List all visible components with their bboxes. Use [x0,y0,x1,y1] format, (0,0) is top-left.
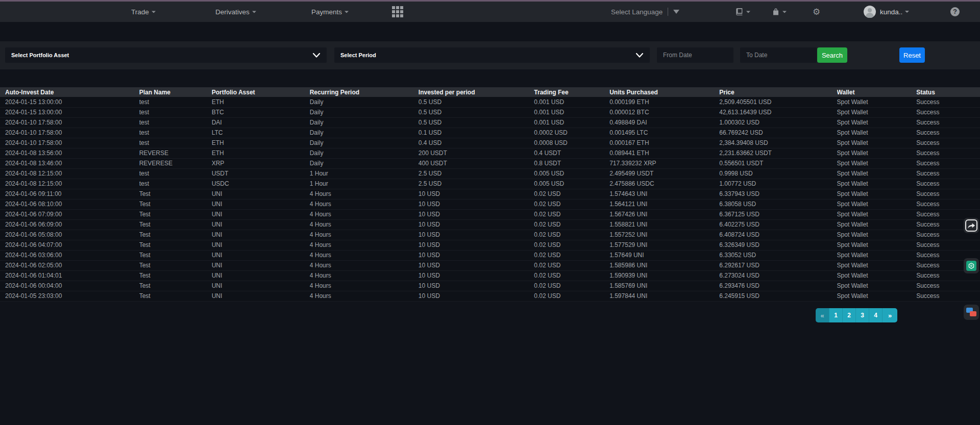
reset-button[interactable]: Reset [899,47,925,63]
table-cell: UNI [212,230,310,240]
table-cell: Success [916,179,980,189]
table-cell: UNI [212,240,310,250]
table-cell: 6.367125 USD [719,209,837,219]
col-status: Status [916,87,980,97]
table-cell: Success [916,148,980,158]
from-date-input[interactable] [657,47,733,63]
pagination: « 1 2 3 4 » [816,308,897,322]
table-cell: Spot Wallet [837,230,917,240]
table-cell: 0.000012 BTC [609,107,719,117]
table-cell: 1.574643 UNI [609,189,719,199]
table-cell: 2024-01-06 06:09:00 [0,219,139,230]
nav-menu-derivatives[interactable]: Derivatives [215,8,256,16]
table-cell: REVERESE [139,158,212,168]
table-cell: 4 Hours [310,219,419,230]
table-cell: test [139,168,212,179]
chat-bubbles-icon [965,306,977,318]
language-dropdown-icon [673,10,679,14]
table-cell: 0.02 USD [534,219,609,230]
chat-extension-button[interactable] [964,305,979,320]
table-cell: 2024-01-10 17:58:00 [0,128,139,138]
table-cell: Daily [310,117,419,128]
table-cell: Test [139,270,212,281]
table-cell: 0.02 USD [534,240,609,250]
table-cell: 0.8 USDT [534,158,609,168]
table-cell: 2.475886 USDC [609,179,719,189]
pagination-prev-button[interactable]: « [816,308,829,322]
table-cell: XRP [212,158,310,168]
table-cell: 1.557252 UNI [609,230,719,240]
table-cell: 200 USDT [419,148,534,158]
table-cell: Spot Wallet [837,199,917,209]
table-cell: 1.590939 UNI [609,270,719,281]
table-cell: Daily [310,148,419,158]
table-cell: 4 Hours [310,230,419,240]
table-cell: 2,231.63662 USDT [719,148,837,158]
table-cell: 0.02 USD [534,270,609,281]
nav-menu-payments[interactable]: Payments [311,8,349,16]
portfolio-asset-select-value: Select Portfolio Asset [11,52,69,58]
table-cell: 0.0002 USD [534,128,609,138]
period-select[interactable]: Select Period [334,47,650,63]
table-row: 2024-01-06 04:07:00TestUNI4 Hours10 USD0… [0,240,980,250]
filter-bar: Select Portfolio Asset Select Period Sea… [0,41,980,69]
pagination-page-1[interactable]: 1 [829,308,842,322]
nav-menu-trade[interactable]: Trade [131,8,156,16]
table-cell: 2024-01-10 17:58:00 [0,138,139,148]
table-cell: 1.585986 UNI [609,260,719,270]
table-cell: 4 Hours [310,189,419,199]
table-cell: 0.02 USD [534,291,609,301]
table-cell: 2024-01-05 23:03:00 [0,291,139,301]
table-cell: 0.4 USD [419,138,534,148]
table-cell: 1.585769 UNI [609,281,719,291]
table-cell: Spot Wallet [837,209,917,219]
table-cell: 2024-01-06 01:04:01 [0,270,139,281]
table-cell: 4 Hours [310,209,419,219]
search-button[interactable]: Search [817,47,847,63]
table-cell: 6.33052 USD [719,250,837,260]
chevron-down-icon [635,53,644,58]
table-cell: 1.558821 UNI [609,219,719,230]
table-cell: Spot Wallet [837,219,917,230]
pagination-page-4[interactable]: 4 [869,308,882,322]
user-menu[interactable]: kunda.. [864,6,909,18]
table-cell: Success [916,128,980,138]
table-cell: 2024-01-06 02:05:00 [0,260,139,270]
table-cell: 6.273024 USD [719,270,837,281]
pagination-next-button[interactable]: » [882,308,897,322]
table-cell: 0.000167 ETH [609,138,719,148]
table-cell: Daily [310,138,419,148]
table-row: 2024-01-10 17:58:00testETHDaily0.4 USD0.… [0,138,980,148]
pagination-page-2[interactable]: 2 [842,308,855,322]
settings-button[interactable]: ⚙ [813,7,820,17]
table-cell: 10 USD [419,209,534,219]
table-cell: Test [139,199,212,209]
table-cell: Spot Wallet [837,291,917,301]
table-cell: Spot Wallet [837,148,917,158]
table-cell: 0.556501 USDT [719,158,837,168]
table-cell: USDT [212,168,310,179]
wallet-bag-menu[interactable] [772,8,787,16]
share-extension-button[interactable] [964,218,979,233]
table-row: 2024-01-06 08:10:00TestUNI4 Hours10 USD0… [0,199,980,209]
table-cell: 717.339232 XRP [609,158,719,168]
chatgpt-icon [966,261,976,271]
table-cell: 0.001495 LTC [609,128,719,138]
pagination-page-3[interactable]: 3 [855,308,869,322]
table-cell: 0.0008 USD [534,138,609,148]
table-cell: test [139,128,212,138]
help-button[interactable]: ? [950,7,960,16]
portfolio-asset-select[interactable]: Select Portfolio Asset [5,47,327,63]
to-date-input[interactable] [740,47,817,63]
table-cell: 400 USDT [419,158,534,168]
col-invested-per-period: Invested per period [419,87,534,97]
chatgpt-extension-button[interactable] [964,258,979,273]
table-row: 2024-01-08 13:46:00REVERESEXRPDaily400 U… [0,158,980,168]
table-cell: 42,613.16439 USD [719,107,837,117]
language-selector[interactable]: Select Language [611,8,679,16]
table-cell: 2024-01-06 04:07:00 [0,240,139,250]
apps-grid-icon[interactable] [392,6,403,17]
orders-book-menu[interactable] [735,8,750,16]
table-cell: Success [916,97,980,107]
table-row: 2024-01-10 17:58:00testDAIDaily0.5 USD0.… [0,117,980,128]
